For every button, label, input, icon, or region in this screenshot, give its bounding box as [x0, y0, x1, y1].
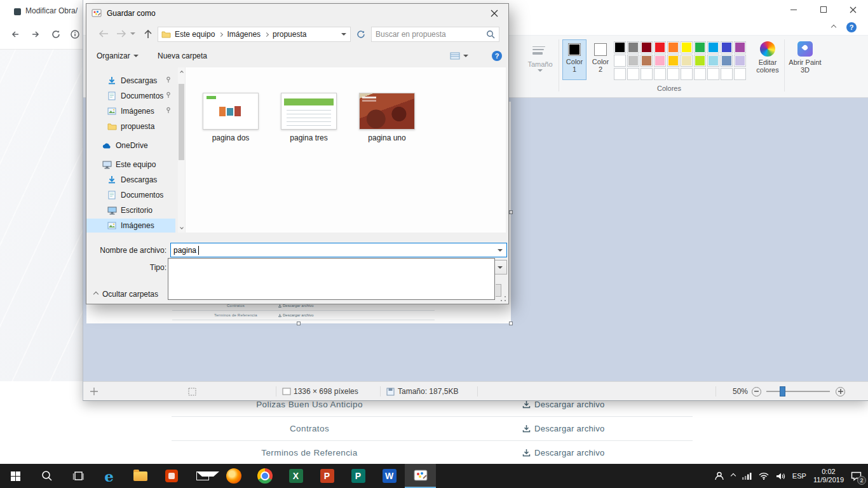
- edit-colors-button[interactable]: Editar colores: [752, 39, 783, 74]
- palette-empty-slot[interactable]: [667, 68, 679, 80]
- sidebar-item-imagenes-2[interactable]: Imágenes: [86, 219, 175, 233]
- palette-empty-slot[interactable]: [681, 68, 693, 80]
- sidebar-scrollbar[interactable]: [178, 67, 185, 233]
- palette-color[interactable]: [667, 41, 679, 53]
- taskbar-app-file-explorer[interactable]: [125, 464, 156, 488]
- new-folder-button[interactable]: Nueva carpeta: [158, 48, 207, 64]
- breadcrumb-item[interactable]: Imágenes: [223, 30, 264, 39]
- sidebar-item-escritorio[interactable]: Escritorio: [86, 203, 175, 217]
- palette-color[interactable]: [654, 55, 666, 67]
- palette-color[interactable]: [721, 55, 733, 67]
- dialog-help-button[interactable]: [492, 48, 502, 64]
- browser-forward-button[interactable]: [28, 27, 43, 42]
- language-indicator[interactable]: ESP: [792, 472, 806, 480]
- file-item[interactable]: pagina tres: [271, 93, 346, 142]
- search-icon[interactable]: [486, 30, 495, 39]
- download-link[interactable]: Descargar archivo: [522, 424, 605, 433]
- cellular-signal-icon[interactable]: [742, 472, 752, 480]
- palette-color[interactable]: [614, 41, 626, 53]
- taskbar-app-office[interactable]: [156, 464, 187, 488]
- browser-info-button[interactable]: [67, 27, 83, 42]
- size-button[interactable]: Tamaño: [526, 39, 555, 72]
- download-link[interactable]: Descargar archivo: [522, 400, 605, 409]
- file-item[interactable]: pagina dos: [193, 93, 268, 142]
- change-view-button[interactable]: [450, 48, 468, 64]
- taskbar-app-publisher[interactable]: P: [342, 464, 374, 488]
- filename-autocomplete-dropdown[interactable]: [168, 258, 495, 300]
- palette-color[interactable]: [694, 55, 706, 67]
- taskbar-app-firefox[interactable]: [218, 464, 249, 488]
- recent-locations-button[interactable]: [128, 26, 137, 41]
- taskbar-search-button[interactable]: [31, 464, 62, 488]
- palette-color[interactable]: [694, 41, 706, 53]
- color2-button[interactable]: Color 2: [588, 39, 613, 80]
- sidebar-item-onedrive[interactable]: OneDrive: [86, 139, 175, 152]
- palette-empty-slot[interactable]: [734, 68, 746, 80]
- palette-empty-slot[interactable]: [627, 68, 639, 80]
- sidebar-item-descargas-2[interactable]: Descargas: [86, 173, 175, 187]
- scroll-up-arrow[interactable]: [179, 69, 184, 76]
- filetype-dropdown-caret[interactable]: [498, 266, 503, 269]
- browser-refresh-button[interactable]: [48, 27, 64, 42]
- search-input[interactable]: [372, 30, 486, 39]
- sidebar-item-imagenes[interactable]: Imágenes: [86, 104, 175, 118]
- palette-color[interactable]: [614, 55, 626, 67]
- download-link[interactable]: Descargar archivo: [522, 448, 605, 458]
- taskbar-app-powerpoint[interactable]: P: [311, 464, 342, 488]
- palette-empty-slot[interactable]: [694, 68, 706, 80]
- color1-button[interactable]: Color 1: [562, 39, 587, 80]
- taskbar-app-excel[interactable]: X: [280, 464, 311, 488]
- sidebar-item-propuesta[interactable]: propuesta: [86, 119, 175, 133]
- sidebar-item-descargas[interactable]: Descargas: [86, 74, 175, 88]
- hidden-icons-chevron[interactable]: [731, 474, 735, 478]
- palette-color[interactable]: [667, 55, 679, 67]
- palette-empty-slot[interactable]: [654, 68, 666, 80]
- task-view-button[interactable]: [62, 464, 93, 488]
- scroll-down-arrow[interactable]: [179, 224, 184, 231]
- palette-empty-slot[interactable]: [721, 68, 733, 80]
- dialog-resize-grip[interactable]: [500, 295, 506, 302]
- breadcrumb-item[interactable]: Este equipo: [171, 30, 219, 39]
- palette-color[interactable]: [734, 55, 746, 67]
- clock[interactable]: 0:02 11/9/2019: [813, 468, 844, 484]
- dialog-up-button[interactable]: [140, 26, 156, 41]
- palette-color[interactable]: [707, 41, 719, 53]
- zoom-in-button[interactable]: [836, 382, 845, 401]
- open-paint3d-button[interactable]: Abrir Paint 3D: [788, 39, 822, 74]
- maximize-button[interactable]: [808, 0, 838, 19]
- zoom-out-button[interactable]: [752, 382, 761, 401]
- address-dropdown-caret[interactable]: [341, 33, 346, 36]
- browser-back-button[interactable]: [8, 27, 23, 42]
- wifi-icon[interactable]: [759, 472, 769, 480]
- address-bar[interactable]: Este equipo Imágenes propuesta: [158, 27, 351, 42]
- dialog-forward-button[interactable]: [113, 26, 130, 41]
- taskbar-app-chrome[interactable]: [249, 464, 280, 488]
- organize-button[interactable]: Organizar: [97, 48, 139, 64]
- minimize-button[interactable]: [778, 0, 808, 19]
- palette-color[interactable]: [707, 55, 719, 67]
- taskbar-app-edge[interactable]: e: [93, 464, 125, 488]
- start-button[interactable]: [0, 464, 31, 488]
- sidebar-item-documentos-2[interactable]: Documentos: [86, 188, 175, 202]
- dialog-close-button[interactable]: [480, 4, 508, 22]
- palette-empty-slot[interactable]: [614, 68, 626, 80]
- hide-folders-button[interactable]: Ocultar carpetas: [94, 287, 158, 301]
- palette-color[interactable]: [681, 41, 693, 53]
- close-button[interactable]: [838, 0, 868, 19]
- volume-icon[interactable]: [776, 472, 785, 480]
- canvas-resize-handle-corner[interactable]: [509, 322, 513, 325]
- palette-color[interactable]: [681, 55, 693, 67]
- filename-dropdown-caret[interactable]: [498, 249, 503, 252]
- taskbar-app-mail[interactable]: [187, 464, 218, 488]
- taskbar-app-paint[interactable]: [405, 464, 436, 488]
- palette-color[interactable]: [721, 41, 733, 53]
- palette-color[interactable]: [641, 55, 653, 67]
- palette-color[interactable]: [627, 55, 639, 67]
- filename-input[interactable]: pagina: [170, 243, 507, 257]
- dialog-refresh-button[interactable]: [354, 27, 368, 42]
- palette-color[interactable]: [627, 41, 639, 53]
- file-item[interactable]: pagina uno: [349, 93, 424, 142]
- zoom-slider-thumb[interactable]: [780, 386, 785, 396]
- taskbar-app-word[interactable]: W: [374, 464, 405, 488]
- canvas-resize-handle-right[interactable]: [509, 210, 513, 214]
